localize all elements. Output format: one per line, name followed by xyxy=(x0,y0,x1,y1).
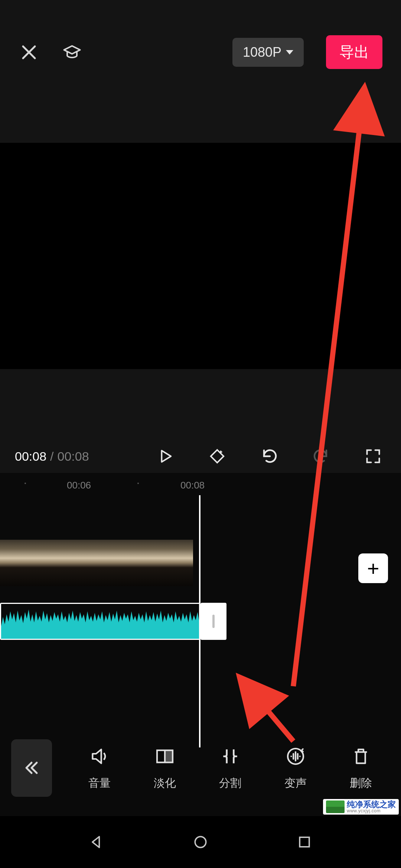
nav-back-icon xyxy=(88,834,105,850)
redo-icon xyxy=(312,447,330,465)
fullscreen-icon xyxy=(365,448,381,464)
time-display: 00:08 / 00:08 xyxy=(15,449,89,464)
add-clip-button[interactable]: + xyxy=(358,553,388,583)
total-time: 00:08 xyxy=(58,449,89,464)
audio-track[interactable] xyxy=(0,603,200,640)
undo-icon xyxy=(260,447,278,465)
svg-point-5 xyxy=(195,836,206,847)
close-icon xyxy=(20,43,38,61)
tool-split[interactable]: 分割 xyxy=(204,745,256,791)
back-button[interactable] xyxy=(11,739,52,797)
tutorial-button[interactable] xyxy=(62,42,82,63)
keyframe-icon xyxy=(209,448,226,465)
time-separator: / xyxy=(50,449,53,464)
keyframe-button[interactable] xyxy=(208,447,226,466)
video-thumbnail xyxy=(39,540,77,586)
video-thumbnail xyxy=(0,540,39,586)
close-button[interactable] xyxy=(19,42,39,63)
ruler-tick: 00:08 xyxy=(180,480,205,491)
video-preview[interactable] xyxy=(0,143,401,369)
export-button[interactable]: 导出 xyxy=(326,35,382,69)
nav-recent[interactable] xyxy=(293,831,316,853)
tool-label: 变声 xyxy=(284,776,307,791)
svg-rect-6 xyxy=(300,837,309,847)
video-thumbnail xyxy=(154,540,193,586)
top-bar: 1080P 导出 xyxy=(0,0,401,76)
graduation-cap-icon xyxy=(62,43,82,62)
tool-label: 音量 xyxy=(88,776,111,791)
nav-home-icon xyxy=(192,834,209,850)
fade-icon xyxy=(154,745,176,767)
timeline[interactable]: 00:06 00:08 + xyxy=(0,473,401,747)
redo-button xyxy=(312,447,330,466)
audio-clip-handle[interactable] xyxy=(200,603,226,640)
volume-icon xyxy=(88,745,111,767)
tool-fade[interactable]: 淡化 xyxy=(139,745,191,791)
current-time: 00:08 xyxy=(15,449,46,464)
chevron-double-left-icon xyxy=(23,759,40,777)
tool-delete[interactable]: 删除 xyxy=(335,745,387,791)
tool-voice[interactable]: 变声 xyxy=(270,745,322,791)
tool-label: 分割 xyxy=(219,776,241,791)
watermark-brand: 纯净系统之家 xyxy=(347,800,396,809)
tool-bar: 音量 淡化 分割 变声 删除 xyxy=(0,734,401,801)
watermark-url: www.ycxjyj.com xyxy=(347,809,396,813)
tool-volume[interactable]: 音量 xyxy=(74,745,125,791)
play-icon xyxy=(157,448,174,465)
play-button[interactable] xyxy=(156,447,175,466)
time-ruler: 00:06 00:08 xyxy=(0,473,401,495)
voice-change-icon xyxy=(284,745,307,767)
audio-waveform xyxy=(1,604,199,639)
nav-back[interactable] xyxy=(85,831,108,853)
delete-icon xyxy=(350,745,372,767)
playback-controls: 00:08 / 00:08 xyxy=(0,440,401,473)
watermark: 纯净系统之家 www.ycxjyj.com xyxy=(323,799,399,815)
resolution-button[interactable]: 1080P xyxy=(232,38,304,67)
split-icon xyxy=(219,745,241,767)
watermark-logo-icon xyxy=(326,800,345,813)
nav-recent-icon xyxy=(296,834,313,850)
tool-label: 淡化 xyxy=(154,776,176,791)
plus-icon: + xyxy=(367,556,379,581)
resolution-label: 1080P xyxy=(243,45,281,60)
video-track[interactable] xyxy=(0,540,193,586)
video-thumbnail xyxy=(116,540,154,586)
nav-home[interactable] xyxy=(189,831,212,853)
video-thumbnail xyxy=(77,540,116,586)
playhead[interactable] xyxy=(199,495,200,747)
svg-rect-3 xyxy=(165,750,173,762)
ruler-tick: 00:06 xyxy=(67,480,91,491)
system-nav-bar xyxy=(0,816,401,868)
tool-label: 删除 xyxy=(350,776,372,791)
undo-button[interactable] xyxy=(260,447,278,466)
chevron-down-icon xyxy=(286,50,293,55)
fullscreen-button[interactable] xyxy=(364,447,382,466)
